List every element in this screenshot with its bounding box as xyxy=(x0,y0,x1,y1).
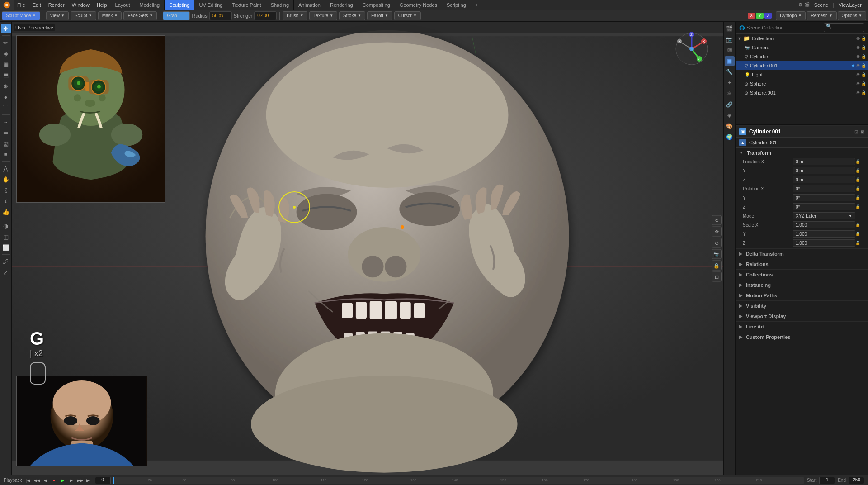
menu-render[interactable]: Render xyxy=(45,0,68,10)
brush-name-btn[interactable]: Grab xyxy=(163,11,190,20)
tool-fill[interactable]: ▧ xyxy=(1,138,11,148)
scale-z-field[interactable]: 1.000 xyxy=(793,239,855,247)
tab-compositing[interactable]: Compositing xyxy=(358,0,395,10)
current-frame-input[interactable]: 0 xyxy=(95,477,111,484)
tool-cursor[interactable]: ✥ xyxy=(1,24,11,33)
view-btn[interactable]: View ▼ xyxy=(46,11,69,20)
brush-btn[interactable]: Brush ▼ xyxy=(283,11,307,20)
instancing-header[interactable]: ▶ Instancing xyxy=(736,281,868,289)
tool-transform[interactable]: ⤢ xyxy=(1,267,11,277)
texture-btn[interactable]: Texture ▼ xyxy=(309,11,337,20)
collections-header[interactable]: ▶ Collections xyxy=(736,271,868,279)
tool-thumb[interactable]: 👍 xyxy=(1,207,11,217)
rotation-y-lock[interactable]: 🔒 xyxy=(855,195,864,200)
visibility-toggle[interactable]: 👁 xyxy=(856,36,860,41)
outliner-item-camera[interactable]: 📷 Camera 👁 🔒 xyxy=(736,43,868,52)
tab-layout[interactable]: Layout xyxy=(111,0,135,10)
tab-sculpting[interactable]: Sculpting xyxy=(165,0,194,10)
search-input[interactable]: 🔍 xyxy=(824,23,864,32)
render-icon[interactable]: 🎬 xyxy=(804,2,810,7)
tab-uv-editing[interactable]: UV Editing xyxy=(194,0,227,10)
location-y-lock[interactable]: 🔒 xyxy=(855,168,864,173)
render-icon-btn[interactable]: 🖼 xyxy=(725,45,735,55)
tab-texture-paint[interactable]: Texture Paint xyxy=(227,0,266,10)
outliner-item-collection[interactable]: ▼ 📁 Collection 👁 🔒 xyxy=(736,34,868,43)
tab-rendering[interactable]: Rendering xyxy=(326,0,358,10)
tool-grab[interactable]: ✋ xyxy=(1,174,11,184)
location-z-lock[interactable]: 🔒 xyxy=(855,177,864,182)
navigation-gizmo[interactable]: X -X Y Z xyxy=(674,31,710,67)
nav-zoom[interactable]: ⊕ xyxy=(712,238,722,248)
radius-value[interactable]: 56 px xyxy=(209,11,232,20)
line-art-header[interactable]: ▶ Line Art xyxy=(736,323,868,331)
tool-annotate[interactable]: 🖊 xyxy=(1,257,11,266)
tool-scrape[interactable]: ≡ xyxy=(1,149,11,159)
location-y-field[interactable]: 0 m xyxy=(793,167,855,174)
location-z-field[interactable]: 0 m xyxy=(793,176,855,183)
delta-transform-header[interactable]: ▶ Delta Transform xyxy=(736,250,868,258)
x-axis-btn[interactable]: X xyxy=(748,13,755,19)
scale-y-field[interactable]: 1.000 xyxy=(793,230,855,238)
rotation-z-field[interactable]: 0° xyxy=(793,203,855,210)
motion-paths-header[interactable]: ▶ Motion Paths xyxy=(736,291,868,300)
tool-clay-strips[interactable]: ▦ xyxy=(1,59,11,69)
tab-add[interactable]: + xyxy=(471,0,483,10)
viewport-display-header[interactable]: ▶ Viewport Display xyxy=(736,312,868,320)
menu-help[interactable]: Help xyxy=(93,0,111,10)
material-icon[interactable]: 🎨 xyxy=(725,121,735,131)
scale-x-field[interactable]: 1.000 xyxy=(793,221,855,228)
tool-multires-disp-eraser[interactable]: ⬜ xyxy=(1,242,11,252)
location-x-lock[interactable]: 🔒 xyxy=(855,159,864,164)
cursor-btn[interactable]: Cursor ▼ xyxy=(394,11,421,20)
rotation-x-lock[interactable]: 🔒 xyxy=(855,186,864,191)
record-btn[interactable]: ● xyxy=(51,477,58,484)
tool-elastic-grab[interactable]: ⟪ xyxy=(1,185,11,195)
rotation-z-lock[interactable]: 🔒 xyxy=(855,204,864,209)
outliner-item-light[interactable]: 💡 Light 👁 🔒 xyxy=(736,70,868,79)
y-axis-btn[interactable]: Y xyxy=(756,13,764,19)
outliner-item-cylinder001[interactable]: ▽ Cylinder.001 ★ 👁 🔒 xyxy=(736,61,868,70)
tab-scripting[interactable]: Scripting xyxy=(442,0,471,10)
next-frame-btn[interactable]: ▶ xyxy=(68,477,75,484)
jump-next-btn[interactable]: ▶▶ xyxy=(76,477,84,484)
outliner-item-cylinder[interactable]: ▽ Cylinder 👁 🔒 xyxy=(736,52,868,61)
start-frame-input[interactable]: 1 xyxy=(819,477,835,484)
tab-animation[interactable]: Animation xyxy=(294,0,326,10)
play-btn[interactable]: ▶ xyxy=(59,477,66,484)
blender-logo[interactable] xyxy=(0,0,14,10)
modifier-icon[interactable]: 🔧 xyxy=(725,67,735,77)
nav-lock[interactable]: 🔒 xyxy=(712,261,722,271)
custom-properties-header[interactable]: ▶ Custom Properties xyxy=(736,333,868,341)
renderlayer-icon[interactable]: 📷 xyxy=(725,34,735,44)
visibility-header[interactable]: ▶ Visibility xyxy=(736,302,868,310)
tool-mask[interactable]: ◑ xyxy=(1,221,11,231)
nav-grid[interactable]: ⊞ xyxy=(712,272,722,282)
sculpt-btn[interactable]: Sculpt ▼ xyxy=(71,11,96,20)
particles-icon[interactable]: ✦ xyxy=(725,78,735,88)
viewport[interactable]: User Perspective xyxy=(12,22,723,475)
menu-window[interactable]: Window xyxy=(68,0,93,10)
jump-end-btn[interactable]: ▶| xyxy=(85,477,92,484)
rotation-mode-field[interactable]: XYZ Euler ▼ xyxy=(793,212,855,219)
engine-icon[interactable]: ⚙ xyxy=(798,2,802,7)
menu-file[interactable]: File xyxy=(14,0,29,10)
scene-props-icon[interactable]: 🎬 xyxy=(725,24,735,33)
stroke-btn[interactable]: Stroke ▼ xyxy=(339,11,365,20)
tool-inflate[interactable]: ⊕ xyxy=(1,81,11,91)
options-btn[interactable]: Options ▼ xyxy=(838,11,866,20)
menu-edit[interactable]: Edit xyxy=(29,0,45,10)
facesets-btn[interactable]: Face Sets ▼ xyxy=(123,11,157,20)
tool-draw[interactable]: ✏ xyxy=(1,38,11,48)
jump-prev-btn[interactable]: ◀◀ xyxy=(33,477,41,484)
outliner-item-sphere001[interactable]: ⊙ Sphere.001 👁 🔒 xyxy=(736,88,868,97)
relations-header[interactable]: ▶ Relations xyxy=(736,260,868,268)
rotation-x-field[interactable]: 0° xyxy=(793,185,855,192)
outliner-item-sphere[interactable]: ⊙ Sphere 👁 🔒 xyxy=(736,79,868,88)
location-x-field[interactable]: 0 m xyxy=(793,158,855,165)
dyntopo-btn[interactable]: Dyntopo ▼ xyxy=(776,11,806,20)
tool-draw-faceset[interactable]: ◫ xyxy=(1,232,11,242)
tool-flatten[interactable]: ═ xyxy=(1,128,11,138)
falloff-btn[interactable]: Falloff ▼ xyxy=(367,11,392,20)
scale-y-lock[interactable]: 🔒 xyxy=(855,232,864,236)
world-icon[interactable]: 🌍 xyxy=(725,132,735,142)
